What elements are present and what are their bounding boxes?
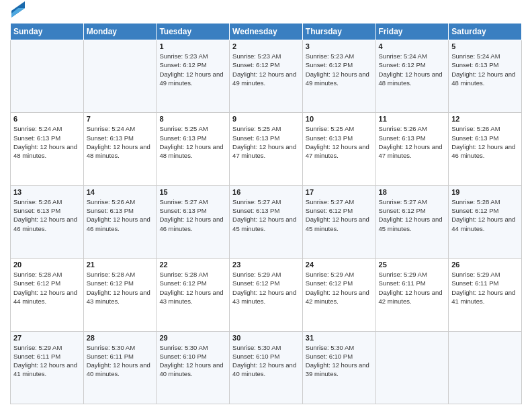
day-number: 29: [159, 334, 226, 342]
day-number: 30: [232, 334, 300, 342]
day-number: 17: [306, 188, 373, 196]
day-number: 10: [306, 115, 373, 123]
day-cell: 18Sunrise: 5:27 AM Sunset: 6:12 PM Dayli…: [375, 185, 449, 258]
day-cell: 22Sunrise: 5:28 AM Sunset: 6:12 PM Dayli…: [157, 259, 230, 331]
weekday-header-wednesday: Wednesday: [230, 24, 303, 40]
weekday-header-monday: Monday: [83, 24, 157, 40]
day-info: Sunrise: 5:27 AM Sunset: 6:13 PM Dayligh…: [232, 197, 300, 233]
day-info: Sunrise: 5:24 AM Sunset: 6:13 PM Dayligh…: [87, 124, 154, 160]
header: [10, 7, 522, 17]
day-cell: 19Sunrise: 5:28 AM Sunset: 6:12 PM Dayli…: [449, 185, 522, 258]
day-info: Sunrise: 5:24 AM Sunset: 6:12 PM Dayligh…: [379, 52, 446, 87]
day-info: Sunrise: 5:30 AM Sunset: 6:10 PM Dayligh…: [159, 343, 226, 379]
day-info: Sunrise: 5:24 AM Sunset: 6:13 PM Dayligh…: [13, 124, 81, 160]
day-cell: 20Sunrise: 5:28 AM Sunset: 6:12 PM Dayli…: [11, 259, 84, 331]
day-cell: 23Sunrise: 5:29 AM Sunset: 6:12 PM Dayli…: [230, 259, 303, 331]
day-cell: 2Sunrise: 5:23 AM Sunset: 6:12 PM Daylig…: [230, 40, 303, 113]
day-info: Sunrise: 5:29 AM Sunset: 6:11 PM Dayligh…: [379, 270, 446, 306]
week-row-1: 1Sunrise: 5:23 AM Sunset: 6:12 PM Daylig…: [11, 40, 522, 113]
day-info: Sunrise: 5:23 AM Sunset: 6:12 PM Dayligh…: [306, 52, 373, 87]
day-info: Sunrise: 5:25 AM Sunset: 6:13 PM Dayligh…: [306, 124, 373, 160]
day-info: Sunrise: 5:26 AM Sunset: 6:13 PM Dayligh…: [87, 197, 154, 233]
day-number: 20: [13, 261, 81, 269]
day-number: 7: [87, 115, 154, 123]
weekday-header-saturday: Saturday: [449, 24, 522, 40]
calendar-header: SundayMondayTuesdayWednesdayThursdayFrid…: [11, 24, 522, 40]
day-number: 8: [159, 115, 226, 123]
day-cell: 4Sunrise: 5:24 AM Sunset: 6:12 PM Daylig…: [375, 40, 449, 113]
day-info: Sunrise: 5:23 AM Sunset: 6:12 PM Dayligh…: [232, 52, 300, 87]
day-cell: 5Sunrise: 5:24 AM Sunset: 6:13 PM Daylig…: [449, 40, 522, 113]
weekday-row: SundayMondayTuesdayWednesdayThursdayFrid…: [11, 24, 522, 40]
day-info: Sunrise: 5:26 AM Sunset: 6:13 PM Dayligh…: [379, 124, 446, 160]
day-info: Sunrise: 5:25 AM Sunset: 6:13 PM Dayligh…: [232, 124, 300, 160]
day-info: Sunrise: 5:29 AM Sunset: 6:12 PM Dayligh…: [306, 270, 373, 306]
weekday-header-friday: Friday: [375, 24, 449, 40]
day-cell: [449, 331, 522, 404]
day-number: 12: [451, 115, 519, 123]
day-cell: 26Sunrise: 5:29 AM Sunset: 6:11 PM Dayli…: [449, 259, 522, 331]
weekday-header-sunday: Sunday: [11, 24, 84, 40]
logo-icon: [11, 1, 25, 17]
day-cell: 10Sunrise: 5:25 AM Sunset: 6:13 PM Dayli…: [302, 113, 375, 185]
week-row-5: 27Sunrise: 5:29 AM Sunset: 6:11 PM Dayli…: [11, 331, 522, 404]
day-number: 14: [87, 188, 154, 196]
week-row-4: 20Sunrise: 5:28 AM Sunset: 6:12 PM Dayli…: [11, 259, 522, 331]
day-cell: 24Sunrise: 5:29 AM Sunset: 6:12 PM Dayli…: [302, 259, 375, 331]
day-number: 24: [306, 261, 373, 269]
day-info: Sunrise: 5:29 AM Sunset: 6:12 PM Dayligh…: [232, 270, 300, 306]
page: SundayMondayTuesdayWednesdayThursdayFrid…: [0, 0, 532, 411]
day-cell: 7Sunrise: 5:24 AM Sunset: 6:13 PM Daylig…: [83, 113, 157, 185]
day-cell: 8Sunrise: 5:25 AM Sunset: 6:13 PM Daylig…: [157, 113, 230, 185]
day-number: 16: [232, 188, 300, 196]
day-number: 18: [379, 188, 446, 196]
day-number: 11: [379, 115, 446, 123]
day-number: 1: [159, 42, 226, 50]
day-number: 27: [13, 334, 81, 342]
day-number: 22: [159, 261, 226, 269]
day-cell: 30Sunrise: 5:30 AM Sunset: 6:10 PM Dayli…: [230, 331, 303, 404]
week-row-3: 13Sunrise: 5:26 AM Sunset: 6:13 PM Dayli…: [11, 185, 522, 258]
day-cell: 1Sunrise: 5:23 AM Sunset: 6:12 PM Daylig…: [157, 40, 230, 113]
day-cell: 12Sunrise: 5:26 AM Sunset: 6:13 PM Dayli…: [449, 113, 522, 185]
day-info: Sunrise: 5:28 AM Sunset: 6:12 PM Dayligh…: [13, 270, 81, 306]
week-row-2: 6Sunrise: 5:24 AM Sunset: 6:13 PM Daylig…: [11, 113, 522, 185]
day-info: Sunrise: 5:29 AM Sunset: 6:11 PM Dayligh…: [451, 270, 519, 306]
day-cell: 27Sunrise: 5:29 AM Sunset: 6:11 PM Dayli…: [11, 331, 84, 404]
weekday-header-tuesday: Tuesday: [157, 24, 230, 40]
day-cell: 6Sunrise: 5:24 AM Sunset: 6:13 PM Daylig…: [11, 113, 84, 185]
day-cell: 28Sunrise: 5:30 AM Sunset: 6:11 PM Dayli…: [83, 331, 157, 404]
day-info: Sunrise: 5:30 AM Sunset: 6:10 PM Dayligh…: [232, 343, 300, 379]
day-cell: 11Sunrise: 5:26 AM Sunset: 6:13 PM Dayli…: [375, 113, 449, 185]
logo: [10, 7, 25, 17]
day-number: 6: [13, 115, 81, 123]
day-info: Sunrise: 5:30 AM Sunset: 6:11 PM Dayligh…: [87, 343, 154, 379]
day-number: 5: [451, 42, 519, 50]
day-cell: 15Sunrise: 5:27 AM Sunset: 6:13 PM Dayli…: [157, 185, 230, 258]
day-info: Sunrise: 5:28 AM Sunset: 6:12 PM Dayligh…: [451, 197, 519, 233]
calendar-body: 1Sunrise: 5:23 AM Sunset: 6:12 PM Daylig…: [11, 40, 522, 404]
day-number: 19: [451, 188, 519, 196]
day-info: Sunrise: 5:24 AM Sunset: 6:13 PM Dayligh…: [451, 52, 519, 87]
day-number: 4: [379, 42, 446, 50]
weekday-header-thursday: Thursday: [302, 24, 375, 40]
day-number: 26: [451, 261, 519, 269]
day-cell: [11, 40, 84, 113]
day-number: 21: [87, 261, 154, 269]
day-info: Sunrise: 5:27 AM Sunset: 6:13 PM Dayligh…: [159, 197, 226, 233]
day-cell: 29Sunrise: 5:30 AM Sunset: 6:10 PM Dayli…: [157, 331, 230, 404]
calendar-table: SundayMondayTuesdayWednesdayThursdayFrid…: [10, 23, 522, 404]
day-info: Sunrise: 5:27 AM Sunset: 6:12 PM Dayligh…: [379, 197, 446, 233]
day-cell: [375, 331, 449, 404]
day-cell: 17Sunrise: 5:27 AM Sunset: 6:12 PM Dayli…: [302, 185, 375, 258]
day-info: Sunrise: 5:28 AM Sunset: 6:12 PM Dayligh…: [159, 270, 226, 306]
day-number: 23: [232, 261, 300, 269]
day-number: 2: [232, 42, 300, 50]
day-cell: 14Sunrise: 5:26 AM Sunset: 6:13 PM Dayli…: [83, 185, 157, 258]
day-info: Sunrise: 5:23 AM Sunset: 6:12 PM Dayligh…: [159, 52, 226, 87]
day-number: 3: [306, 42, 373, 50]
day-number: 28: [87, 334, 154, 342]
day-info: Sunrise: 5:26 AM Sunset: 6:13 PM Dayligh…: [451, 124, 519, 160]
day-number: 13: [13, 188, 81, 196]
day-number: 31: [306, 334, 373, 342]
